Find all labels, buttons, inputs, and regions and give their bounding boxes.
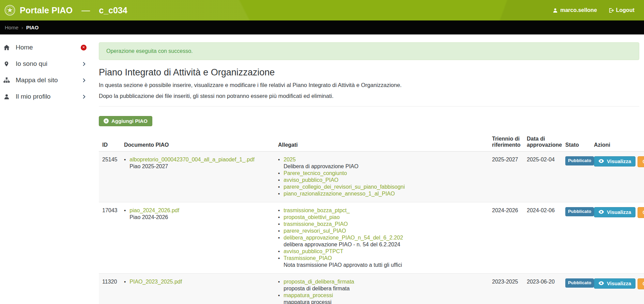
bullet-icon: • (278, 278, 280, 292)
sidebar-item-mappa-del-sito[interactable]: Mappa del sito (0, 72, 89, 88)
cell-data-approvazione: 2025-02-04 (523, 151, 562, 202)
settings-button[interactable]: ⚙ (638, 156, 644, 167)
col-header-documento: Documento PIAO (121, 134, 275, 151)
gear-icon: ⚙ (642, 209, 644, 216)
sitemap-icon (3, 77, 10, 84)
bullet-icon: • (278, 156, 280, 170)
visualizza-button[interactable]: Visualizza (594, 207, 635, 217)
eye-icon (598, 209, 604, 215)
chevron-right-icon (81, 78, 87, 83)
attachment-link[interactable]: Parere_tecnico_congiunto (283, 170, 347, 177)
table-row: 25145 • albopretorio_000042370_004_all_a… (99, 151, 644, 202)
user-profile-icon (3, 94, 10, 100)
col-header-stato: Stato (562, 134, 591, 151)
attachment-link[interactable]: Trasmissione_PIAO (283, 255, 402, 262)
attachment-subtitle: Delibera di approvazione PIAO (283, 163, 358, 170)
page-description-1: In questa sezione è possibile inserire, … (99, 82, 639, 88)
attachment-link[interactable]: 2025 (283, 156, 358, 163)
settings-button[interactable]: ⚙ (638, 207, 644, 218)
brand: Portale PIAO — c_c034 (4, 4, 127, 16)
attachment-link[interactable]: avviso_pubblico_PTPCT (283, 248, 343, 255)
attachment-link[interactable]: trasmissione_bozza_PIAO (283, 221, 348, 228)
bullet-icon: • (278, 214, 280, 221)
bullet-icon: • (278, 184, 280, 190)
attachment-link[interactable]: parere_revisori_sul_PIAO (283, 228, 346, 234)
attachment-subtitle: mappatura processi (283, 299, 333, 304)
table-header-row: ID Documento PIAO Allegati Triennio di r… (99, 134, 644, 151)
divider (99, 106, 639, 106)
user-menu[interactable]: marco.sellone (553, 7, 597, 13)
username-label: marco.sellone (560, 7, 597, 13)
error-badge-icon: ✕ (81, 45, 87, 50)
breadcrumb-home-link[interactable]: Home (5, 25, 18, 30)
gear-icon: ⚙ (642, 280, 644, 287)
bullet-icon: • (278, 248, 280, 255)
eye-icon (598, 280, 604, 286)
attachment-link[interactable]: piano_razionalizzazione_annesso_1_al_PIA… (283, 190, 395, 197)
document-link[interactable]: albopretorio_000042370_004_all_a_piaodef… (129, 156, 255, 163)
sidebar: Home ✕ Io sono qui (0, 34, 89, 105)
bullet-icon: • (124, 278, 126, 285)
breadcrumb: Home › PIAO (0, 20, 644, 34)
add-piao-button[interactable]: + Aggiungi PIAO (99, 116, 152, 126)
cell-triennio: 2023-2025 (489, 274, 523, 304)
attachment-link[interactable]: parere_collegio_dei_revisori_su_piano_fa… (283, 184, 405, 190)
bullet-icon: • (278, 234, 280, 248)
sidebar-item-label: Mappa del sito (16, 76, 76, 84)
map-pin-icon (3, 61, 10, 67)
plus-circle-icon: + (104, 118, 109, 124)
add-piao-label: Aggiungi PIAO (111, 118, 148, 124)
home-icon (3, 44, 10, 51)
status-badge: Pubblicato (565, 207, 594, 216)
logout-button[interactable]: Logout (609, 7, 634, 13)
bullet-icon: • (124, 207, 126, 221)
sidebar-item-io-sono-qui[interactable]: Io sono qui (0, 56, 89, 72)
attachment-link[interactable]: trasmissione_bozza_ptpct_ (283, 207, 350, 214)
bullet-icon: • (278, 177, 280, 184)
settings-button[interactable]: ⚙ (638, 278, 644, 289)
sidebar-item-il-mio-profilo[interactable]: Il mio profilo (0, 88, 89, 105)
title-separator: — (81, 5, 90, 15)
attachment-link[interactable]: mappatura_processi (283, 292, 333, 299)
bullet-icon: • (278, 190, 280, 197)
attachment-subtitle: delibera approvazione PIAO - n. 54 del 6… (283, 241, 403, 248)
cell-id: 17043 (99, 202, 121, 274)
cell-data-approvazione: 2024-02-06 (523, 202, 562, 274)
italy-emblem-icon (4, 4, 16, 16)
cell-triennio: 2024-2026 (489, 202, 523, 274)
attachment-subtitle: proposta di delibera firmata (283, 285, 354, 292)
col-header-triennio: Triennio di riferimento (489, 134, 523, 151)
document-subtitle: Piao 2025-2027 (129, 163, 255, 170)
document-subtitle: Piao 2024-2026 (129, 214, 179, 221)
cell-data-approvazione: 2023-06-20 (523, 274, 562, 304)
logout-label: Logout (616, 7, 634, 13)
visualizza-label: Visualizza (607, 158, 631, 164)
attachment-link[interactable]: proposta_di_delibera_firmata (283, 278, 354, 285)
sidebar-item-label: Il mio profilo (16, 93, 76, 100)
attachment-link[interactable]: delibera_approvazione_PIAO_n_54_del_6_2.… (283, 234, 403, 241)
sidebar-item-home[interactable]: Home ✕ (0, 39, 89, 56)
chevron-right-icon (81, 61, 87, 67)
logout-icon (609, 8, 614, 13)
bullet-icon: • (278, 221, 280, 228)
visualizza-button[interactable]: Visualizza (594, 156, 635, 167)
bullet-icon: • (278, 292, 280, 304)
document-link[interactable]: PIAO_2023_2025.pdf (129, 278, 182, 285)
table-row: 17043 • piao_2024_2026.pdf Piao 2024-202… (99, 202, 644, 274)
document-link[interactable]: piao_2024_2026.pdf (129, 207, 179, 214)
breadcrumb-current: PIAO (26, 25, 39, 30)
app-header: Portale PIAO — c_c034 marco.sellone Logo… (0, 0, 644, 20)
status-badge: Pubblicato (565, 156, 594, 165)
attachment-link[interactable]: avviso_pubblico_PIAO (283, 177, 338, 184)
col-header-azioni: Azioni (591, 134, 644, 151)
visualizza-label: Visualizza (607, 280, 631, 286)
cell-triennio: 2025-2027 (489, 151, 523, 202)
cell-id: 11320 (99, 274, 121, 304)
visualizza-button[interactable]: Visualizza (594, 278, 635, 289)
success-alert: Operazione eseguita con successo. (99, 42, 639, 60)
page-title: Piano Integrato di Attività e Organizzaz… (99, 67, 639, 78)
visualizza-label: Visualizza (607, 209, 631, 215)
attachment-link[interactable]: proposta_obiettivi_piao (283, 214, 340, 221)
bullet-icon: • (278, 170, 280, 177)
attachment-subtitle: Nota trasmissione PIAO approvato a tutti… (283, 262, 402, 269)
